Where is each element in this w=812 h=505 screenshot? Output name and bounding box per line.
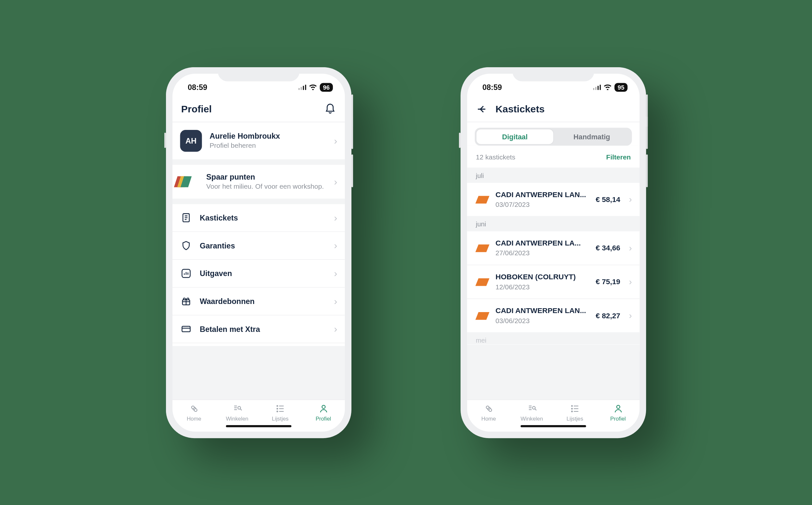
tab-label: Lijstjes: [566, 416, 583, 422]
menu-uitgaven[interactable]: Uitgaven ›: [172, 259, 345, 287]
status-time: 08:59: [482, 83, 502, 92]
receipt-row[interactable]: CADI ANTWERPEN LAN... 03/06/2023 € 82,27…: [467, 299, 640, 332]
brand-logo-icon: [476, 278, 489, 286]
menu-label: Kastickets: [200, 213, 326, 222]
home-icon: [483, 403, 494, 414]
battery-level: 96: [320, 83, 333, 92]
menu-kastickets[interactable]: Kastickets ›: [172, 204, 345, 231]
section-juli: juli: [467, 167, 640, 182]
chevron-right-icon: ›: [629, 194, 632, 204]
svg-point-5: [194, 408, 196, 411]
svg-point-14: [571, 405, 572, 406]
seg-digitaal[interactable]: Digitaal: [477, 129, 553, 144]
phone-mockup-receipts: 08:59 95 Kastickets: [461, 67, 646, 438]
receipt-amount: € 82,27: [596, 311, 620, 320]
card-icon: [180, 323, 192, 335]
svg-point-16: [571, 411, 572, 412]
chevron-right-icon: ›: [629, 277, 632, 287]
search-list-icon: [231, 403, 242, 414]
receipt-store: CADI ANTWERPEN LA...: [496, 239, 588, 247]
section-mei: mei: [467, 332, 640, 344]
svg-point-9: [277, 411, 278, 412]
chevron-right-icon: ›: [334, 212, 337, 223]
home-indicator: [467, 423, 640, 432]
filter-button[interactable]: Filteren: [606, 153, 631, 161]
tab-profiel[interactable]: Profiel: [302, 403, 345, 422]
home-icon: [189, 403, 200, 414]
chevron-right-icon: ›: [629, 243, 632, 252]
phone-mockup-profile: 08:59 96 Profiel: [166, 67, 351, 438]
segmented-control: Digitaal Handmatig: [475, 128, 632, 146]
menu-label: Waardebonnen: [200, 297, 326, 306]
list-icon: [275, 403, 286, 414]
shield-icon: [180, 240, 192, 252]
profile-row[interactable]: AH Aurelie Hombroukx Profiel beheren ›: [172, 122, 345, 159]
section-juni: juni: [467, 216, 640, 231]
receipt-row[interactable]: CADI ANTWERPEN LAN... 03/07/2023 € 58,14…: [467, 182, 640, 216]
tab-home[interactable]: Home: [467, 403, 510, 422]
receipt-amount: € 34,66: [596, 244, 620, 252]
receipt-date: 03/06/2023: [496, 317, 588, 325]
svg-point-7: [277, 405, 278, 406]
svg-point-4: [191, 406, 194, 408]
menu-label: Uitgaven: [200, 269, 326, 278]
receipt-date: 03/07/2023: [496, 201, 588, 208]
menu-waardebonnen[interactable]: Waardebonnen ›: [172, 287, 345, 315]
menu-garanties[interactable]: Garanties ›: [172, 231, 345, 259]
cellular-signal-icon: [298, 85, 306, 90]
seg-handmatig[interactable]: Handmatig: [553, 129, 630, 144]
brand-logo-icon: [476, 244, 489, 252]
receipt-date: 27/06/2023: [496, 249, 588, 257]
page-title: Profiel: [181, 103, 212, 115]
tab-home[interactable]: Home: [172, 403, 216, 422]
svg-rect-3: [182, 326, 190, 332]
receipt-amount: € 75,19: [596, 278, 620, 286]
points-chevrons-icon: [180, 174, 198, 189]
menu-label: Garanties: [200, 241, 326, 250]
tab-label: Lijstjes: [272, 416, 288, 422]
home-indicator: [172, 423, 345, 432]
points-title: Spaar punten: [206, 172, 326, 181]
list-meta: 12 kastickets Filteren: [467, 146, 640, 167]
svg-point-11: [486, 406, 488, 408]
svg-point-12: [489, 408, 491, 411]
phone-notch: [512, 67, 594, 81]
receipt-store: CADI ANTWERPEN LAN...: [496, 307, 588, 315]
receipt-row[interactable]: HOBOKEN (COLRUYT) 12/06/2023 € 75,19 ›: [467, 264, 640, 298]
chevron-right-icon: ›: [629, 311, 632, 320]
phone-notch: [218, 67, 300, 81]
page-header: Profiel: [172, 98, 345, 122]
menu-betalen-xtra[interactable]: Betalen met Xtra ›: [172, 315, 345, 343]
page-title: Kastickets: [496, 103, 545, 115]
profile-name: Aurelie Hombroukx: [209, 131, 326, 140]
tab-lijstjes[interactable]: Lijstjes: [259, 403, 302, 422]
chevron-right-icon: ›: [334, 296, 337, 307]
receipt-row[interactable]: CADI ANTWERPEN LA... 27/06/2023 € 34,66 …: [467, 231, 640, 264]
tab-lijstjes[interactable]: Lijstjes: [553, 403, 597, 422]
chevron-right-icon: ›: [334, 240, 337, 251]
tab-profiel[interactable]: Profiel: [596, 403, 640, 422]
battery-level: 95: [615, 83, 628, 92]
tab-winkelen[interactable]: Winkelen: [216, 403, 259, 422]
points-subtitle: Voor het milieu. Of voor een workshop.: [206, 182, 326, 191]
menu-label: Betalen met Xtra: [200, 325, 326, 334]
chevron-right-icon: ›: [334, 323, 337, 335]
chevron-right-icon: ›: [334, 176, 337, 187]
wifi-icon: [604, 84, 612, 90]
tab-winkelen[interactable]: Winkelen: [510, 403, 553, 422]
cellular-signal-icon: [593, 85, 601, 90]
status-time: 08:59: [188, 83, 207, 92]
avatar: AH: [180, 130, 202, 152]
chevron-right-icon: ›: [334, 135, 337, 146]
svg-point-6: [237, 406, 240, 409]
person-icon: [318, 403, 329, 414]
tab-label: Home: [187, 416, 201, 422]
receipt-amount: € 58,14: [596, 195, 620, 203]
receipt-date: 12/06/2023: [496, 283, 588, 291]
svg-point-10: [322, 405, 325, 408]
back-arrow-icon[interactable]: [476, 103, 488, 115]
notifications-bell-icon[interactable]: [324, 103, 336, 115]
wifi-icon: [309, 84, 317, 90]
points-row[interactable]: Spaar punten Voor het milieu. Of voor ee…: [172, 165, 345, 199]
receipt-store: CADI ANTWERPEN LAN...: [496, 190, 588, 198]
